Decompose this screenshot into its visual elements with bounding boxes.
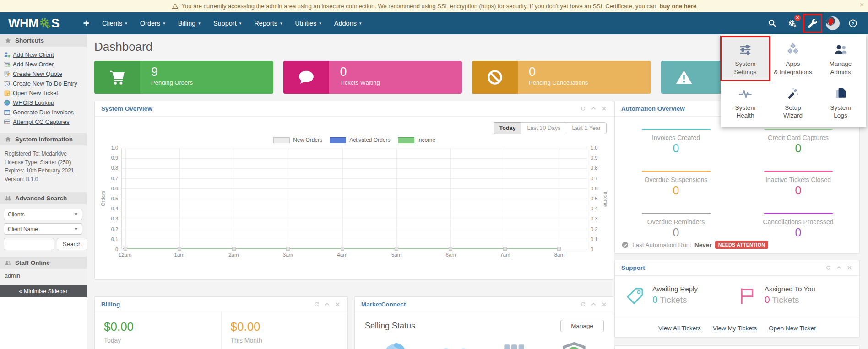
close-icon[interactable] (335, 301, 341, 308)
support-link-view-my-tickets[interactable]: View My Tickets (713, 325, 757, 332)
check-circle-icon (621, 241, 629, 249)
support-link-view-all-tickets[interactable]: View All Tickets (658, 325, 701, 332)
search-icon[interactable] (764, 15, 781, 32)
tools-menu-system-logs[interactable]: SystemLogs (817, 81, 864, 124)
nav-menu-support[interactable]: Support▾ (207, 13, 248, 33)
y-axis-label-right: Income (602, 148, 609, 249)
navbar-icons: ✕ ? (764, 15, 862, 32)
automation-metric-invoices-created: Invoices Created0 (615, 129, 737, 171)
weebly-logo[interactable] (441, 341, 468, 349)
marketgoo-logo[interactable] (501, 341, 527, 349)
shortcut-whois-lookup[interactable]: WHOIS Lookup (3, 98, 84, 107)
nav-menu-reports[interactable]: Reports▾ (248, 13, 288, 33)
refresh-icon[interactable] (825, 265, 832, 271)
nav-menu-addons[interactable]: Addons▾ (328, 13, 368, 33)
sitelock-logo[interactable] (561, 341, 587, 349)
add-order-icon (4, 61, 11, 68)
shortcut-create-new-quote[interactable]: Create New Quote (3, 69, 84, 79)
chart-range-buttons: TodayLast 30 DaysLast 1 Year (95, 117, 614, 135)
tools-menu-apps-integrations[interactable]: Apps& Integrations (769, 37, 817, 80)
addon-modules-gears-icon[interactable]: ✕ (784, 15, 801, 32)
shortcut-create-new-to-do-entry[interactable]: Create New To-Do Entry (3, 79, 84, 88)
stat-card-pending-cancellations[interactable]: 0Pending Cancellations (472, 61, 651, 94)
search-input[interactable] (4, 238, 54, 250)
stat-card-tickets-waiting[interactable]: 0Tickets Waiting (283, 61, 462, 94)
refresh-icon (825, 265, 831, 271)
refresh-icon (314, 301, 320, 307)
range-button-last-30-days[interactable]: Last 30 Days (521, 122, 566, 134)
search-button[interactable]: Search (57, 238, 87, 250)
license-info: Registered To: MedarkiveLicense Type: St… (0, 145, 87, 188)
nav-menu-utilities[interactable]: Utilities▾ (289, 13, 328, 33)
data-point (232, 247, 236, 251)
quick-add-button[interactable]: + (83, 17, 89, 30)
collapse-icon[interactable] (591, 301, 597, 308)
sitelock-logo (561, 341, 587, 349)
my-account-avatar[interactable] (824, 15, 841, 32)
buy-ssl-link[interactable]: buy one here (659, 3, 696, 10)
minimise-sidebar-button[interactable]: « Minimise Sidebar (0, 285, 87, 297)
search-type-select[interactable]: Clients▼ (4, 209, 82, 220)
card-value: 0 (340, 65, 380, 79)
tools-menu-system-health[interactable]: SystemHealth (722, 81, 769, 124)
manage-button[interactable]: Manage (560, 320, 604, 332)
warning-text: You are currently accessing the admin ar… (182, 3, 656, 10)
logo-gear-icon (39, 16, 51, 30)
support-link-open-new-ticket[interactable]: Open New Ticket (769, 325, 816, 332)
refresh-icon (580, 301, 586, 307)
close-icon[interactable] (601, 106, 608, 112)
whmcs-logo[interactable]: WHM S (8, 16, 60, 31)
chart-legend: New OrdersActivated OrdersIncome (95, 135, 614, 148)
selling-status-label: Selling Status (365, 321, 415, 331)
shortcut-attempt-cc-captures[interactable]: Attempt CC Captures (3, 117, 84, 127)
range-button-last-1-year[interactable]: Last 1 Year (566, 122, 607, 134)
license-info-line: Version: 8.1.0 (5, 175, 82, 184)
collapse-icon[interactable] (324, 301, 331, 308)
banner-close-icon[interactable]: × (860, 1, 864, 9)
nav-menu-billing[interactable]: Billing▾ (172, 13, 207, 33)
tools-menu-manage-admins[interactable]: ManageAdmins (817, 37, 864, 80)
tools-menu-setup-wizard[interactable]: SetupWizard (769, 81, 817, 124)
close-icon[interactable] (601, 301, 608, 308)
collapse-icon (836, 265, 842, 271)
shortcut-add-new-client[interactable]: Add New Client (3, 50, 84, 59)
system-settings-wrench-icon[interactable] (804, 15, 821, 32)
range-button-today[interactable]: Today (494, 122, 522, 134)
manage-admins-icon (834, 43, 847, 57)
sliders-icon (738, 43, 752, 57)
marketconnect-logos (365, 341, 604, 349)
support-links: View All TicketsView My TicketsOpen New … (615, 318, 859, 338)
shortcuts-header: Shortcuts (0, 34, 87, 47)
x-tick-label: 2am (228, 252, 239, 258)
shortcut-generate-due-invoices[interactable]: Generate Due Invoices (3, 107, 84, 117)
card-label: Tickets Waiting (340, 79, 380, 86)
shortcut-add-new-order[interactable]: Add New Order (3, 59, 84, 69)
collapse-icon[interactable] (836, 265, 842, 271)
collapse-icon[interactable] (591, 106, 597, 112)
chat-bubble-icon (298, 69, 315, 86)
refresh-icon[interactable] (580, 106, 586, 112)
x-tick-label: 4am (337, 252, 347, 258)
search-field-select[interactable]: Client Name▼ (4, 223, 82, 235)
spamexperts-logo[interactable] (381, 341, 408, 349)
stat-card-pending-orders[interactable]: 9Pending Orders (94, 61, 273, 94)
last-run-value: Never (694, 242, 712, 248)
data-point (124, 247, 127, 251)
chevron-down-icon: ▾ (319, 21, 321, 26)
card-label: Pending Orders (151, 79, 193, 86)
tools-menu-system-settings[interactable]: SystemSettings (722, 37, 769, 80)
refresh-icon[interactable] (314, 301, 320, 308)
billing-panel: Billing $0.00Today$0.00This Month (94, 296, 348, 349)
invoices-table-icon (4, 109, 11, 116)
warning-triangle-icon (675, 69, 693, 86)
card-value: 0 (529, 65, 588, 79)
nav-menu-orders[interactable]: Orders▾ (134, 13, 172, 33)
nav-menu-clients[interactable]: Clients▾ (96, 13, 134, 33)
close-icon[interactable] (846, 265, 853, 271)
magic-wand-icon (786, 87, 800, 101)
x-axis-labels: 12am1am2am3am4am5am6am7am8am (121, 251, 587, 260)
marketconnect-panel: MarketConnect Selling Status Manage (354, 296, 614, 349)
refresh-icon[interactable] (580, 301, 586, 308)
help-icon[interactable]: ? (844, 15, 862, 32)
shortcut-open-new-ticket[interactable]: Open New Ticket (3, 88, 84, 98)
